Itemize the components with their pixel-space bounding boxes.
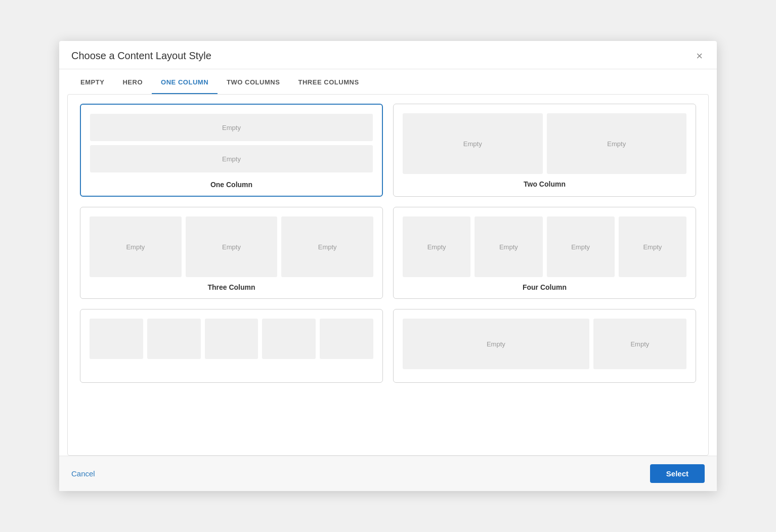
layout-card-asym-two-column[interactable]: Empty Empty [393, 309, 696, 383]
layout-cell [90, 319, 143, 359]
tab-three-columns[interactable]: THREE COLUMNS [289, 69, 368, 94]
layout-label-one-column: One Column [90, 181, 373, 189]
dialog-body: Empty Empty One Column Empty Empty Two C… [67, 94, 709, 456]
layout-cell: Empty [403, 113, 543, 174]
layout-cell: Empty [186, 216, 278, 277]
tab-one-column[interactable]: ONE COLUMN [152, 69, 218, 94]
layout-card-one-column[interactable]: Empty Empty One Column [80, 104, 383, 197]
layout-cell: Empty [90, 216, 182, 277]
layouts-grid: Empty Empty One Column Empty Empty Two C… [80, 104, 696, 383]
tabs-bar: EMPTY HERO ONE COLUMN TWO COLUMNS THREE … [59, 69, 717, 94]
layout-preview-four-col: Empty Empty Empty Empty [403, 216, 686, 277]
layout-cell: Empty [475, 216, 542, 277]
layout-cell: Empty [281, 216, 373, 277]
layout-preview-five-col [90, 319, 373, 359]
layout-card-four-column[interactable]: Empty Empty Empty Empty Four Column [393, 207, 696, 299]
layout-cell: Empty [90, 145, 373, 172]
layout-cell [147, 319, 201, 359]
layout-cell: Empty [593, 319, 686, 369]
layout-preview-one-col: Empty Empty [90, 114, 373, 174]
layout-label-three-column: Three Column [90, 283, 373, 291]
dialog-title: Choose a Content Layout Style [71, 50, 211, 62]
layout-preview-two-col: Empty Empty [403, 113, 686, 174]
layout-preview-asym-2col: Empty Empty [403, 319, 686, 369]
tab-empty[interactable]: EMPTY [71, 69, 113, 94]
tab-hero[interactable]: HERO [113, 69, 152, 94]
cancel-button[interactable]: Cancel [71, 469, 95, 478]
layout-cell [205, 319, 258, 359]
layout-cell: Empty [619, 216, 686, 277]
layout-cell [262, 319, 316, 359]
tab-two-columns[interactable]: TWO COLUMNS [218, 69, 289, 94]
close-button[interactable]: × [694, 51, 705, 62]
layout-cell: Empty [403, 319, 589, 369]
layout-cell: Empty [403, 216, 470, 277]
layout-card-three-column[interactable]: Empty Empty Empty Three Column [80, 207, 383, 299]
layout-cell: Empty [547, 113, 687, 174]
layout-cell: Empty [90, 114, 373, 141]
layout-card-two-column[interactable]: Empty Empty Two Column [393, 104, 696, 197]
layout-label-four-column: Four Column [403, 283, 686, 291]
dialog: Choose a Content Layout Style × EMPTY HE… [59, 41, 717, 491]
layout-cell [320, 319, 373, 359]
layout-cell: Empty [547, 216, 615, 277]
dialog-header: Choose a Content Layout Style × [59, 41, 717, 69]
dialog-footer: Cancel Select [59, 456, 717, 491]
select-button[interactable]: Select [650, 464, 705, 483]
layout-label-two-column: Two Column [403, 180, 686, 188]
layout-preview-three-col: Empty Empty Empty [90, 216, 373, 277]
layout-card-five-column[interactable] [80, 309, 383, 383]
